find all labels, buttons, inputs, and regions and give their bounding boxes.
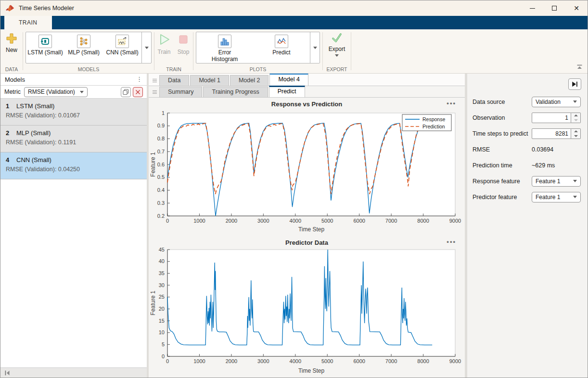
checkmark-icon bbox=[331, 32, 343, 44]
stop-button[interactable]: Stop bbox=[174, 31, 192, 56]
response-prediction-plot: 01000200030004000500060007000800090000.2… bbox=[150, 108, 462, 233]
new-button[interactable]: New bbox=[3, 31, 20, 54]
svg-text:Time Step: Time Step bbox=[298, 226, 325, 233]
svg-text:45: 45 bbox=[159, 247, 165, 252]
tab-data[interactable]: Data bbox=[159, 75, 189, 86]
export-dropdown-icon bbox=[335, 54, 339, 57]
export-button[interactable]: Export bbox=[327, 31, 347, 58]
svg-text:0.9: 0.9 bbox=[157, 123, 165, 128]
data-source-row: Data source Validation bbox=[473, 94, 581, 110]
model-card-4[interactable]: 4CNN (Small) RMSE (Validation): 0.04250 bbox=[0, 152, 147, 179]
svg-text:Prediction: Prediction bbox=[422, 124, 445, 129]
svg-text:2000: 2000 bbox=[226, 218, 237, 224]
run-to-end-button[interactable] bbox=[568, 78, 581, 90]
axes-toolbar-icon[interactable]: ••• bbox=[447, 100, 456, 107]
rmse-value: 0.03694 bbox=[532, 146, 581, 153]
svg-text:8000: 8000 bbox=[417, 218, 429, 224]
response-vs-prediction-chart: Response vs Prediction ••• 0100020003000… bbox=[150, 99, 464, 235]
collapse-ribbon-button[interactable] bbox=[576, 63, 583, 71]
model-template-cnn[interactable]: CNN (Small) bbox=[103, 32, 141, 63]
model-template-mlp[interactable]: MLP (Small) bbox=[64, 32, 103, 63]
delete-model-button[interactable] bbox=[133, 87, 143, 97]
chart-title: Response vs Prediction bbox=[150, 99, 464, 108]
tab-train[interactable]: TRAIN bbox=[4, 16, 52, 29]
minimize-icon bbox=[530, 8, 535, 9]
tab-predict[interactable]: Predict bbox=[269, 86, 305, 97]
svg-text:7000: 7000 bbox=[385, 358, 397, 364]
tab-training-progress[interactable]: Training Progress bbox=[203, 87, 268, 97]
toolstrip-tabbar: TRAIN bbox=[0, 16, 588, 29]
predict-plot-icon bbox=[275, 35, 288, 48]
response-feature-dropdown[interactable]: Feature 1 bbox=[532, 176, 581, 187]
spinner-down-button[interactable] bbox=[571, 118, 580, 123]
chevron-down-icon bbox=[80, 91, 84, 93]
svg-text:15: 15 bbox=[159, 318, 165, 324]
svg-text:9000: 9000 bbox=[449, 218, 461, 224]
plots-gallery-dropdown[interactable] bbox=[310, 32, 320, 63]
ribbon-section-data: New DATA bbox=[0, 29, 23, 73]
svg-text:35: 35 bbox=[159, 270, 165, 276]
svg-text:30: 30 bbox=[159, 282, 165, 288]
tab-summary[interactable]: Summary bbox=[159, 87, 202, 97]
app-window: Time Series Modeler ✕ TRAIN New DATA bbox=[0, 0, 588, 378]
models-panel-menu-icon[interactable]: ⋮ bbox=[136, 77, 142, 82]
duplicate-model-button[interactable] bbox=[121, 87, 131, 97]
prediction-time-row: Prediction time ~629 ms bbox=[473, 157, 581, 173]
models-gallery-dropdown[interactable] bbox=[141, 32, 151, 63]
svg-text:6000: 6000 bbox=[353, 358, 365, 364]
tab-row-gripper-icon[interactable] bbox=[151, 90, 158, 94]
play-icon bbox=[157, 32, 171, 47]
tab-model-1[interactable]: Model 1 bbox=[190, 75, 229, 86]
maximize-button[interactable] bbox=[543, 0, 565, 16]
copy-icon bbox=[123, 89, 129, 95]
time-steps-value[interactable]: 8281 bbox=[532, 128, 571, 139]
chevron-down-icon bbox=[313, 47, 317, 49]
tab-model-2[interactable]: Model 2 bbox=[230, 75, 268, 86]
tab-row-gripper-icon[interactable] bbox=[151, 79, 158, 82]
tab-model-4[interactable]: Model 4 bbox=[269, 73, 308, 86]
svg-text:5: 5 bbox=[162, 341, 165, 347]
metric-label: Metric bbox=[4, 88, 21, 95]
model-name: CNN (Small) bbox=[16, 156, 51, 164]
spinner-up-button[interactable] bbox=[571, 129, 580, 134]
svg-text:1000: 1000 bbox=[193, 218, 205, 224]
svg-text:5000: 5000 bbox=[321, 358, 333, 364]
axes-toolbar-icon[interactable]: ••• bbox=[447, 238, 456, 245]
minimize-button[interactable] bbox=[521, 0, 543, 16]
stop-icon bbox=[176, 32, 191, 47]
collapse-left-icon[interactable] bbox=[4, 370, 11, 376]
svg-text:Feature 1: Feature 1 bbox=[150, 290, 156, 315]
svg-text:0.7: 0.7 bbox=[157, 149, 165, 154]
close-button[interactable]: ✕ bbox=[565, 0, 588, 16]
svg-text:0.2: 0.2 bbox=[157, 213, 165, 219]
plot-predict[interactable]: Predict bbox=[253, 32, 310, 63]
plot-error-histogram[interactable]: Error Histogram bbox=[196, 32, 253, 63]
chevron-down-icon bbox=[573, 180, 577, 182]
predictor-feature-dropdown[interactable]: Feature 1 bbox=[532, 192, 581, 202]
train-button[interactable]: Train bbox=[155, 31, 173, 56]
maximize-icon bbox=[552, 6, 557, 11]
svg-text:25: 25 bbox=[159, 294, 165, 300]
data-source-dropdown[interactable]: Validation bbox=[532, 97, 581, 107]
title-bar: Time Series Modeler ✕ bbox=[0, 0, 588, 16]
model-card-2[interactable]: 2MLP (Small) RMSE (Validation): 0.1191 bbox=[0, 126, 147, 152]
document-tab-row: Data Model 1 Model 2 Model 4 bbox=[149, 74, 465, 86]
plots-gallery: Error Histogram Predict bbox=[196, 32, 320, 63]
section-label-plots: PLOTS bbox=[193, 66, 322, 72]
ribbon-section-train: Train Stop TRAIN bbox=[154, 29, 193, 73]
svg-text:Response: Response bbox=[422, 116, 445, 122]
ribbon-section-plots: Error Histogram Predict PLOTS bbox=[193, 29, 322, 73]
model-card-1[interactable]: 1LSTM (Small) RMSE (Validation): 0.01067 bbox=[0, 99, 147, 126]
metric-dropdown[interactable]: RMSE (Validation) bbox=[24, 87, 88, 97]
svg-text:2000: 2000 bbox=[226, 358, 237, 364]
svg-text:0.6: 0.6 bbox=[157, 162, 165, 167]
svg-text:0: 0 bbox=[166, 218, 169, 224]
svg-text:Feature 1: Feature 1 bbox=[150, 152, 156, 177]
time-steps-spinner: 8281 bbox=[532, 128, 581, 139]
model-template-lstm[interactable]: LSTM (Small) bbox=[26, 32, 64, 63]
delete-x-icon bbox=[135, 89, 141, 95]
spinner-up-button[interactable] bbox=[571, 113, 580, 118]
spinner-down-button[interactable] bbox=[571, 134, 580, 139]
observation-value[interactable]: 1 bbox=[532, 113, 571, 123]
prediction-time-value: ~629 ms bbox=[532, 162, 581, 169]
